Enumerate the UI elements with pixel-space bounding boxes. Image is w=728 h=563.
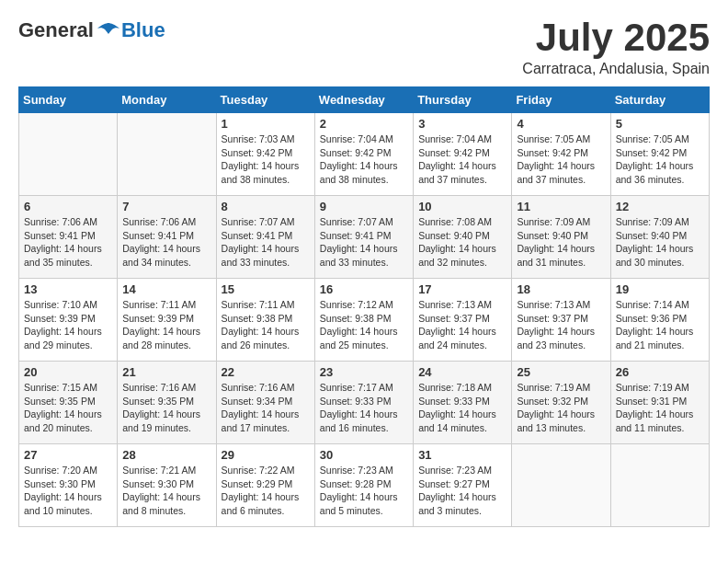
cell-content: Sunrise: 7:11 AM Sunset: 9:38 PM Dayligh… (222, 298, 310, 352)
cell-content: Sunrise: 7:20 AM Sunset: 9:30 PM Dayligh… (24, 464, 112, 518)
cell-content: Sunrise: 7:09 AM Sunset: 9:40 PM Dayligh… (616, 215, 704, 270)
cell-content: Sunrise: 7:04 AM Sunset: 9:42 PM Dayligh… (320, 132, 408, 187)
day-number: 22 (222, 365, 310, 379)
cell-content: Sunrise: 7:19 AM Sunset: 9:32 PM Dayligh… (517, 381, 605, 435)
calendar-cell: 6Sunrise: 7:06 AM Sunset: 9:41 PM Daylig… (19, 196, 118, 279)
day-number: 4 (517, 117, 605, 131)
logo-bird-icon (96, 21, 121, 40)
cell-content: Sunrise: 7:17 AM Sunset: 9:33 PM Dayligh… (320, 381, 408, 435)
calendar-cell (610, 444, 709, 527)
calendar-cell: 19Sunrise: 7:14 AM Sunset: 9:36 PM Dayli… (610, 279, 709, 362)
cell-content: Sunrise: 7:10 AM Sunset: 9:39 PM Dayligh… (24, 298, 112, 352)
calendar-cell: 31Sunrise: 7:23 AM Sunset: 9:27 PM Dayli… (414, 444, 512, 527)
day-number: 23 (320, 365, 408, 379)
calendar-cell (118, 113, 216, 196)
weekday-header: Sunday (19, 87, 118, 113)
day-number: 28 (122, 448, 210, 462)
calendar-cell: 28Sunrise: 7:21 AM Sunset: 9:30 PM Dayli… (118, 444, 216, 527)
day-number: 19 (616, 282, 704, 296)
weekday-header: Saturday (610, 87, 709, 113)
calendar-week-row: 27Sunrise: 7:20 AM Sunset: 9:30 PM Dayli… (19, 444, 710, 527)
day-number: 9 (320, 200, 408, 213)
day-number: 1 (222, 117, 310, 131)
weekday-header: Thursday (414, 87, 512, 113)
day-number: 7 (122, 200, 210, 213)
page-header: General Blue July 2025 Carratraca, Andal… (18, 18, 710, 77)
cell-content: Sunrise: 7:18 AM Sunset: 9:33 PM Dayligh… (418, 381, 506, 435)
calendar-cell: 17Sunrise: 7:13 AM Sunset: 9:37 PM Dayli… (414, 279, 512, 362)
day-number: 24 (418, 365, 506, 379)
day-number: 30 (320, 448, 408, 462)
cell-content: Sunrise: 7:13 AM Sunset: 9:37 PM Dayligh… (418, 298, 506, 352)
weekday-header: Tuesday (216, 87, 314, 113)
calendar-cell: 29Sunrise: 7:22 AM Sunset: 9:29 PM Dayli… (216, 444, 314, 527)
logo-blue-text: Blue (121, 18, 165, 42)
day-number: 13 (24, 282, 112, 296)
cell-content: Sunrise: 7:23 AM Sunset: 9:27 PM Dayligh… (418, 464, 506, 518)
day-number: 31 (418, 448, 506, 462)
weekday-header: Monday (118, 87, 216, 113)
calendar-cell: 11Sunrise: 7:09 AM Sunset: 9:40 PM Dayli… (512, 196, 610, 279)
calendar-cell: 3Sunrise: 7:04 AM Sunset: 9:42 PM Daylig… (414, 113, 512, 196)
day-number: 11 (517, 200, 605, 213)
calendar-cell: 18Sunrise: 7:13 AM Sunset: 9:37 PM Dayli… (512, 279, 610, 362)
calendar-cell: 1Sunrise: 7:03 AM Sunset: 9:42 PM Daylig… (216, 113, 314, 196)
calendar-table: SundayMondayTuesdayWednesdayThursdayFrid… (18, 86, 710, 527)
cell-content: Sunrise: 7:08 AM Sunset: 9:40 PM Dayligh… (418, 215, 506, 270)
cell-content: Sunrise: 7:06 AM Sunset: 9:41 PM Dayligh… (122, 215, 210, 270)
month-title: July 2025 (522, 18, 710, 57)
cell-content: Sunrise: 7:19 AM Sunset: 9:31 PM Dayligh… (616, 381, 704, 435)
day-number: 16 (320, 282, 408, 296)
cell-content: Sunrise: 7:12 AM Sunset: 9:38 PM Dayligh… (320, 298, 408, 352)
day-number: 10 (418, 200, 506, 213)
calendar-cell: 2Sunrise: 7:04 AM Sunset: 9:42 PM Daylig… (314, 113, 413, 196)
calendar-week-row: 20Sunrise: 7:15 AM Sunset: 9:35 PM Dayli… (19, 362, 710, 444)
calendar-cell: 26Sunrise: 7:19 AM Sunset: 9:31 PM Dayli… (610, 362, 709, 444)
day-number: 21 (122, 365, 210, 379)
cell-content: Sunrise: 7:07 AM Sunset: 9:41 PM Dayligh… (222, 215, 310, 270)
calendar-cell: 5Sunrise: 7:05 AM Sunset: 9:42 PM Daylig… (610, 113, 709, 196)
day-number: 6 (24, 200, 112, 213)
day-number: 15 (222, 282, 310, 296)
cell-content: Sunrise: 7:06 AM Sunset: 9:41 PM Dayligh… (24, 215, 112, 270)
calendar-week-row: 13Sunrise: 7:10 AM Sunset: 9:39 PM Dayli… (19, 279, 710, 362)
calendar-cell: 22Sunrise: 7:16 AM Sunset: 9:34 PM Dayli… (216, 362, 314, 444)
weekday-header: Friday (512, 87, 610, 113)
calendar-cell: 4Sunrise: 7:05 AM Sunset: 9:42 PM Daylig… (512, 113, 610, 196)
cell-content: Sunrise: 7:13 AM Sunset: 9:37 PM Dayligh… (517, 298, 605, 352)
logo-general-text: General (18, 18, 94, 42)
day-number: 26 (616, 365, 704, 379)
calendar-cell: 21Sunrise: 7:16 AM Sunset: 9:35 PM Dayli… (118, 362, 216, 444)
day-number: 3 (418, 117, 506, 131)
calendar-cell: 8Sunrise: 7:07 AM Sunset: 9:41 PM Daylig… (216, 196, 314, 279)
calendar-cell: 25Sunrise: 7:19 AM Sunset: 9:32 PM Dayli… (512, 362, 610, 444)
cell-content: Sunrise: 7:07 AM Sunset: 9:41 PM Dayligh… (320, 215, 408, 270)
day-number: 29 (222, 448, 310, 462)
calendar-cell: 27Sunrise: 7:20 AM Sunset: 9:30 PM Dayli… (19, 444, 118, 527)
location-text: Carratraca, Andalusia, Spain (522, 61, 710, 77)
cell-content: Sunrise: 7:04 AM Sunset: 9:42 PM Dayligh… (418, 132, 506, 187)
calendar-cell: 13Sunrise: 7:10 AM Sunset: 9:39 PM Dayli… (19, 279, 118, 362)
calendar-cell (19, 113, 118, 196)
cell-content: Sunrise: 7:05 AM Sunset: 9:42 PM Dayligh… (517, 132, 605, 187)
calendar-cell: 9Sunrise: 7:07 AM Sunset: 9:41 PM Daylig… (314, 196, 413, 279)
weekday-header-row: SundayMondayTuesdayWednesdayThursdayFrid… (19, 87, 710, 113)
day-number: 5 (616, 117, 704, 131)
cell-content: Sunrise: 7:03 AM Sunset: 9:42 PM Dayligh… (222, 132, 310, 187)
day-number: 14 (122, 282, 210, 296)
cell-content: Sunrise: 7:16 AM Sunset: 9:34 PM Dayligh… (222, 381, 310, 435)
calendar-cell: 16Sunrise: 7:12 AM Sunset: 9:38 PM Dayli… (314, 279, 413, 362)
cell-content: Sunrise: 7:11 AM Sunset: 9:39 PM Dayligh… (122, 298, 210, 352)
day-number: 8 (222, 200, 310, 213)
day-number: 27 (24, 448, 112, 462)
cell-content: Sunrise: 7:15 AM Sunset: 9:35 PM Dayligh… (24, 381, 112, 435)
day-number: 17 (418, 282, 506, 296)
logo: General Blue (18, 18, 165, 42)
weekday-header: Wednesday (314, 87, 413, 113)
title-area: July 2025 Carratraca, Andalusia, Spain (522, 18, 710, 77)
cell-content: Sunrise: 7:23 AM Sunset: 9:28 PM Dayligh… (320, 464, 408, 518)
cell-content: Sunrise: 7:09 AM Sunset: 9:40 PM Dayligh… (517, 215, 605, 270)
calendar-cell: 30Sunrise: 7:23 AM Sunset: 9:28 PM Dayli… (314, 444, 413, 527)
calendar-cell: 12Sunrise: 7:09 AM Sunset: 9:40 PM Dayli… (610, 196, 709, 279)
day-number: 18 (517, 282, 605, 296)
